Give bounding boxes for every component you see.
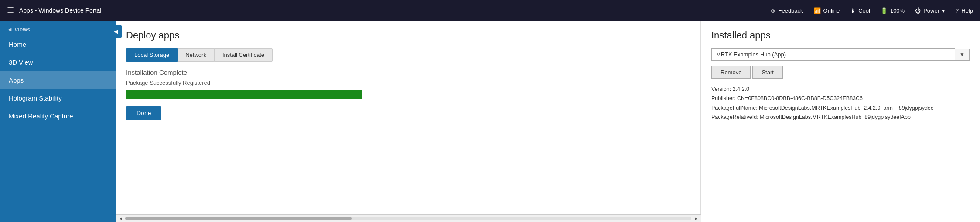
app-info: Version: 2.4.2.0 Publisher: CN=0F808BC0-… — [711, 85, 970, 122]
sidebar-item-label: Hologram Stability — [9, 94, 62, 102]
online-item: 📶 Online — [814, 7, 840, 14]
deploy-panel-title: Deploy apps — [126, 30, 690, 41]
sidebar-item-label: 3D View — [9, 59, 33, 66]
app-select-container: MRTK Examples Hub (App) ▼ — [711, 48, 970, 61]
sidebar: ◀ ◄ Views Home 3D View Apps Hologram Sta… — [0, 21, 116, 222]
hamburger-menu-icon[interactable]: ☰ — [7, 6, 14, 15]
installation-complete-label: Installation Complete — [126, 69, 690, 76]
content-area: Deploy apps Local Storage Network Instal… — [116, 21, 980, 222]
online-label: Online — [823, 7, 840, 14]
power-icon: ⏻ — [915, 7, 921, 14]
scroll-right-arrow[interactable]: ▶ — [693, 215, 699, 222]
sidebar-item-home[interactable]: Home — [0, 35, 116, 53]
sidebar-collapse-button[interactable]: ◀ — [109, 25, 122, 38]
main-layout: ◀ ◄ Views Home 3D View Apps Hologram Sta… — [0, 21, 980, 222]
sidebar-item-label: Apps — [9, 76, 24, 84]
titlebar-left: ☰ Apps - Windows Device Portal — [7, 6, 763, 15]
app-package-full-name: PackageFullName: MicrosoftDesignLabs.MRT… — [711, 104, 970, 113]
feedback-icon: ☺ — [770, 7, 775, 14]
power-label: Power — [923, 7, 939, 14]
sidebar-item-apps[interactable]: Apps — [0, 71, 116, 89]
installed-apps-title: Installed apps — [711, 30, 970, 41]
remove-button[interactable]: Remove — [711, 66, 751, 79]
app-version: Version: 2.4.2.0 — [711, 85, 970, 94]
online-icon: 📶 — [814, 7, 821, 14]
scrollbar-thumb[interactable] — [125, 217, 352, 220]
done-button[interactable]: Done — [126, 106, 161, 120]
app-publisher: Publisher: CN=0F808BC0-8DBB-486C-BB8B-D5… — [711, 94, 970, 103]
cool-label: Cool — [858, 7, 870, 14]
battery-label: 100% — [890, 7, 905, 14]
power-item[interactable]: ⏻ Power ▾ — [915, 7, 945, 14]
deploy-panel: Deploy apps Local Storage Network Instal… — [116, 21, 701, 222]
feedback-label: Feedback — [778, 7, 803, 14]
progress-bar-fill — [126, 90, 362, 99]
sidebar-item-mixed-reality-capture[interactable]: Mixed Reality Capture — [0, 107, 116, 125]
start-button[interactable]: Start — [752, 66, 782, 79]
battery-item: 🔋 100% — [881, 7, 905, 14]
deploy-panel-wrapper: Deploy apps Local Storage Network Instal… — [116, 21, 701, 222]
titlebar-right: ☺ Feedback 📶 Online 🌡 Cool 🔋 100% ⏻ Powe… — [770, 7, 973, 14]
sidebar-item-3dview[interactable]: 3D View — [0, 53, 116, 71]
page-title: Apps - Windows Device Portal — [19, 7, 101, 14]
sidebar-item-label: Home — [9, 41, 26, 48]
scroll-left-arrow[interactable]: ◀ — [117, 215, 123, 222]
battery-icon: 🔋 — [881, 7, 888, 14]
horizontal-scrollbar[interactable]: ◀ ▶ — [116, 214, 701, 222]
help-item[interactable]: ? Help — [956, 7, 973, 14]
tab-install-certificate[interactable]: Install Certificate — [214, 48, 273, 62]
help-label: Help — [961, 7, 973, 14]
select-dropdown-arrow[interactable]: ▼ — [955, 49, 970, 61]
installation-status-message: Package Successfully Registered — [126, 80, 690, 86]
app-action-buttons: Remove Start — [711, 66, 970, 79]
temperature-icon: 🌡 — [850, 7, 856, 14]
sidebar-views-header: ◄ Views — [0, 21, 116, 35]
help-icon: ? — [956, 7, 959, 14]
sidebar-item-label: Mixed Reality Capture — [9, 112, 73, 120]
tab-network[interactable]: Network — [177, 48, 215, 62]
deploy-tabs: Local Storage Network Install Certificat… — [126, 48, 690, 62]
cool-item: 🌡 Cool — [850, 7, 870, 14]
views-label: Views — [14, 26, 31, 33]
scrollbar-track[interactable] — [125, 217, 691, 220]
titlebar: ☰ Apps - Windows Device Portal ☺ Feedbac… — [0, 0, 980, 21]
views-arrow-icon: ◄ — [7, 26, 13, 33]
feedback-item[interactable]: ☺ Feedback — [770, 7, 803, 14]
sidebar-item-hologram-stability[interactable]: Hologram Stability — [0, 89, 116, 107]
progress-bar-container — [126, 90, 362, 99]
tab-local-storage[interactable]: Local Storage — [126, 48, 178, 62]
power-dropdown-icon: ▾ — [942, 7, 945, 14]
app-select-dropdown[interactable]: MRTK Examples Hub (App) — [711, 48, 955, 61]
app-package-relative-id: PackageRelativeId: MicrosoftDesignLabs.M… — [711, 113, 970, 122]
installed-apps-panel: Installed apps MRTK Examples Hub (App) ▼… — [701, 21, 980, 222]
